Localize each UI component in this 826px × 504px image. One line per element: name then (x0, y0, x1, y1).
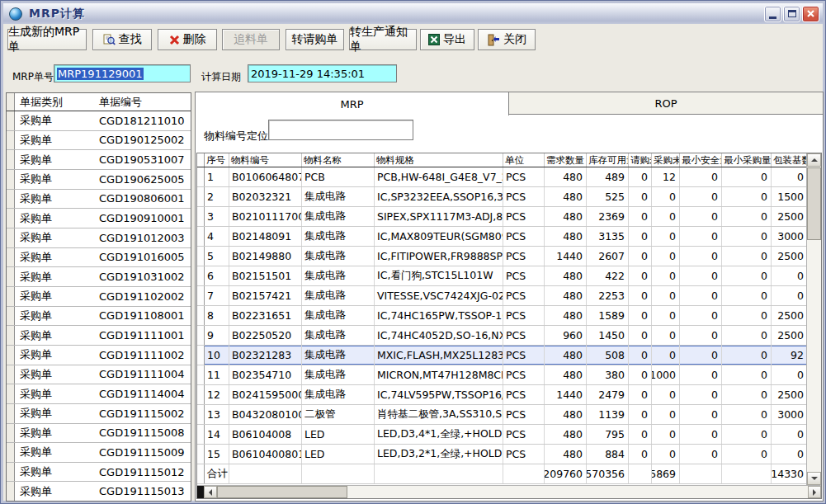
doc-no-cell: CGD190531007 (94, 153, 191, 166)
grid-cell: 合计 (205, 464, 229, 483)
mrp-grid-row[interactable]: 7B02157421集成电路VITESSE,VSC7424XJG-02,PCS4… (197, 286, 821, 306)
new-mrp-button[interactable]: 生成新的MRP单 (7, 29, 87, 50)
column-header[interactable]: 最小安全量 (680, 153, 722, 167)
column-header[interactable]: 物料名称 (302, 153, 375, 167)
row-indicator (197, 365, 205, 384)
doc-type-cell: 采购单 (15, 406, 94, 421)
left-grid-row[interactable]: 采购单CGD190910001 (7, 209, 191, 228)
left-grid-row[interactable]: 采购单CGD191108001 (7, 307, 191, 327)
left-grid-row[interactable]: 采购单CGD191111004 (7, 365, 191, 385)
mrp-grid-row[interactable]: 4B02148091集成电路IC,MAX809TEUR(SGM809-RPCS4… (197, 227, 821, 247)
left-grid-row[interactable]: 采购单CGD190125002 (7, 131, 191, 151)
doc-type-cell: 采购单 (15, 445, 94, 459)
mrp-grid-row[interactable]: 14B06104008LEDLED,D3,4*1,全绿,+HOLD,DPCS48… (197, 425, 821, 445)
left-grid-row[interactable]: 采购单CGD191115008 (7, 424, 191, 444)
row-indicator (197, 247, 205, 266)
row-indicator (7, 170, 15, 189)
grid-cell: 209760 (545, 464, 587, 483)
row-indicator (197, 385, 205, 404)
row-indicator (197, 227, 205, 246)
mrp-grid-row[interactable]: 9B02250520集成电路IC,74HC4052D,SO-16,NXPPCS9… (197, 326, 821, 346)
grid-cell: 13 (205, 405, 229, 424)
doc-type-cell: 采购单 (15, 153, 94, 167)
mrp-grid-row[interactable]: 12B0241595000集成电路IC,74LV595PW,TSSOP16/7P… (197, 385, 821, 405)
column-header[interactable]: 包装基数 (772, 153, 808, 167)
grid-cell: 0 (629, 405, 652, 424)
close-button[interactable] (802, 6, 819, 22)
grid-cell: MXIC,FLASH,MX25L12835F (375, 346, 503, 365)
mrp-grid-row[interactable]: 1B0106064807PCBPCB,HW-648I_G4E8_V7_20PCS… (197, 167, 821, 187)
doc-no-cell: CGD191115013 (94, 485, 191, 497)
tab-mrp[interactable]: MRP (195, 92, 509, 115)
mrp-grid-row[interactable]: 11B02354710集成电路MICRON,MT47H128M8CF-PCS48… (197, 365, 821, 385)
horizontal-scrollbar[interactable] (197, 485, 821, 498)
scroll-down-button[interactable] (807, 472, 821, 485)
tab-strip: MRP ROP (195, 92, 824, 115)
mrp-grid-row[interactable]: 8B02231651集成电路IC,74HC165PW,TSSOP-16,PCS4… (197, 306, 821, 326)
mrp-grid-row[interactable]: 2B02032321集成电路IC,SP3232EEA,SSOP16,3.0PCS… (197, 187, 821, 207)
left-grid-row[interactable]: 采购单CGD191016005 (7, 248, 191, 268)
vertical-scrollbar[interactable] (806, 153, 821, 485)
column-header[interactable]: 序号 (205, 153, 229, 167)
title-bar[interactable]: MRP计算 (3, 3, 823, 24)
left-grid-row[interactable]: 采购单CGD190625005 (7, 170, 191, 190)
left-grid-row[interactable]: 采购单CGD191111002 (7, 346, 191, 365)
left-grid-row[interactable]: 采购单CGD190806001 (7, 190, 191, 210)
grid-cell: 480 (545, 445, 587, 464)
column-header[interactable]: 请购未交 (629, 153, 652, 167)
to-purchase-request-button[interactable]: 转请购单 (286, 29, 344, 50)
totals-row[interactable]: 合计2097605703565869214330 (197, 464, 821, 484)
tab-rop[interactable]: ROP (509, 92, 824, 115)
maximize-button[interactable] (783, 6, 800, 22)
column-header[interactable]: 采购未交 (652, 153, 680, 167)
left-grid-row[interactable]: 采购单CGD191115013 (7, 482, 191, 501)
mrp-grid-row[interactable]: 13B0432080100二极管肖特基二极管,3A,SS310,SMPCS480… (197, 405, 821, 425)
source-documents-grid: 单据类别 单据编号 采购单CGD181211010采购单CGD190125002… (6, 92, 191, 502)
locate-input[interactable] (268, 120, 413, 140)
to-production-notice-button[interactable]: 转生产通知单 (349, 29, 417, 50)
calc-date-field[interactable]: 2019-11-29 14:35:01 (248, 64, 397, 82)
grid-cell: PCS (503, 405, 545, 424)
left-grid-row[interactable]: 采购单CGD191115009 (7, 443, 191, 463)
doc-no-cell: CGD191115008 (94, 426, 191, 439)
grid-cell: 92 (772, 346, 808, 365)
scroll-right-button[interactable] (808, 486, 821, 498)
left-grid-row[interactable]: 采购单CGD191031002 (7, 267, 191, 287)
left-grid-row[interactable]: 采购单CGD191115002 (7, 404, 191, 424)
grid-cell: 2500 (772, 306, 808, 325)
close-window-button[interactable]: 关闭 (478, 29, 536, 50)
left-grid-row[interactable]: 采购单CGD191012003 (7, 228, 191, 248)
column-header[interactable]: 最小采购量 (722, 153, 772, 167)
find-button[interactable]: 查找 (92, 29, 152, 50)
left-grid-row[interactable]: 采购单CGD191111001 (7, 326, 191, 346)
left-grid-row[interactable]: 采购单CGD191114004 (7, 384, 191, 404)
mrp-grid-row[interactable]: 10B02321283集成电路MXIC,FLASH,MX25L12835FPCS… (197, 346, 821, 365)
delete-button[interactable]: 删除 (158, 29, 217, 50)
horizontal-scroll-track[interactable] (347, 486, 808, 498)
grid-cell: 3000 (772, 227, 808, 246)
horizontal-scroll-thumb[interactable] (217, 486, 347, 498)
mrp-grid-row[interactable]: 5B02149880集成电路IC,FITIPOWER,FR9888SPCPCS1… (197, 247, 821, 266)
column-header[interactable]: 物料规格 (375, 153, 503, 167)
scroll-left-button[interactable] (204, 486, 217, 498)
column-header[interactable]: 单位 (503, 153, 545, 167)
grid-cell: VITESSE,VSC7424XJG-02, (375, 286, 503, 305)
minimize-button[interactable] (764, 6, 781, 22)
mrp-no-field[interactable]: MRP191129001 (54, 64, 191, 82)
column-header[interactable]: 需求数量 (545, 153, 587, 167)
vertical-scroll-thumb[interactable] (807, 167, 821, 240)
left-grid-row[interactable]: 采购单CGD191102002 (7, 287, 191, 307)
button-label: 生成新的MRP单 (8, 25, 86, 54)
left-grid-row[interactable]: 采购单CGD190531007 (7, 150, 191, 170)
mrp-grid-row[interactable]: 3B0210111700集成电路SIPEX,SPX1117M3-ADJ,800P… (197, 207, 821, 227)
left-grid-row[interactable]: 采购单CGD181211010 (7, 111, 191, 131)
export-button[interactable]: 导出 (420, 29, 474, 50)
column-header[interactable]: 库存可用量 (587, 153, 629, 167)
mrp-grid-row[interactable]: 6B02151501集成电路IC,看门狗,STC15L101WPCS480422… (197, 266, 821, 286)
left-grid-row[interactable]: 采购单CGD191115012 (7, 463, 191, 483)
scroll-up-button[interactable] (807, 153, 821, 167)
grid-cell: 12 (652, 167, 680, 186)
grid-cell: 14 (205, 425, 229, 444)
mrp-grid-row[interactable]: 15B0610400801LEDLED,D3,2*1,全绿,+HOLD,DPCS… (197, 445, 821, 464)
column-header[interactable]: 物料编号 (229, 153, 302, 167)
